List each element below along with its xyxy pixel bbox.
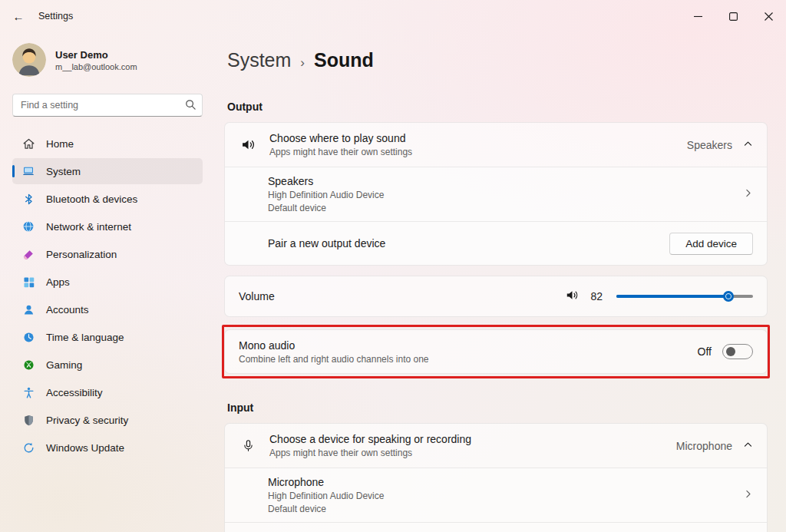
minimize-icon [694, 12, 702, 21]
sidebar-item-label: Network & internet [46, 221, 131, 233]
sidebar-item-label: Windows Update [46, 442, 124, 454]
sidebar-item-label: Home [46, 138, 74, 150]
personalization-icon [21, 247, 35, 261]
output-device-card: Choose where to play sound Apps might ha… [224, 122, 768, 266]
sidebar-item-time-language[interactable]: Time & language [12, 324, 203, 350]
volume-card: Volume 82 [224, 276, 768, 317]
speakers-default-label: Default device [268, 203, 384, 213]
breadcrumb: System › Sound [224, 40, 768, 71]
speakers-title: Speakers [268, 175, 384, 187]
output-device-value: Speakers [687, 139, 732, 151]
main-content: System › Sound Output Choose where to pl… [215, 32, 786, 532]
gaming-icon [21, 358, 35, 372]
window-controls [680, 0, 786, 32]
sidebar-item-label: Time & language [46, 332, 124, 343]
user-name: User Demo [55, 49, 137, 61]
apps-icon [21, 275, 35, 289]
sidebar-item-label: Privacy & security [46, 415, 128, 426]
user-email: m__lab@outlook.com [55, 62, 137, 71]
sidebar-item-bluetooth-devices[interactable]: Bluetooth & devices [12, 186, 203, 212]
speakers-device-row[interactable]: Speakers High Definition Audio Device De… [225, 167, 767, 221]
sidebar-item-windows-update[interactable]: Windows Update [12, 435, 203, 461]
sidebar-item-gaming[interactable]: Gaming [12, 352, 203, 378]
volume-value: 82 [590, 290, 603, 302]
volume-speaker-icon[interactable] [565, 288, 580, 306]
add-output-device-button[interactable]: Add device [669, 233, 753, 255]
page-title: Sound [314, 49, 374, 71]
microphone-device-row[interactable]: Microphone High Definition Audio Device … [225, 468, 767, 522]
minimize-button[interactable] [680, 0, 715, 32]
speaker-icon [239, 137, 257, 153]
sidebar-item-accessibility[interactable]: Accessibility [12, 379, 203, 405]
sidebar-item-label: Apps [46, 276, 70, 288]
sidebar: User Demo m__lab@outlook.com Home [0, 32, 215, 532]
output-section-heading: Output [227, 101, 768, 113]
network-icon [21, 220, 35, 233]
breadcrumb-separator: › [300, 55, 305, 71]
mono-audio-toggle[interactable] [722, 344, 753, 359]
window-title: Settings [38, 11, 73, 21]
chevron-up-icon[interactable] [743, 138, 753, 152]
input-section-heading: Input [227, 401, 768, 414]
bluetooth-icon [21, 192, 35, 206]
sidebar-item-label: Accounts [46, 304, 89, 316]
choose-output-row[interactable]: Choose where to play sound Apps might ha… [225, 123, 767, 167]
sidebar-item-label: Bluetooth & devices [46, 193, 137, 205]
volume-slider-fill [616, 295, 728, 298]
volume-slider-thumb[interactable] [723, 291, 734, 302]
search-input[interactable] [12, 94, 203, 117]
pair-output-row: Pair a new output device Add device [225, 221, 767, 265]
titlebar: ← Settings [0, 0, 786, 32]
maximize-icon [729, 12, 738, 21]
search-box [12, 94, 203, 117]
sidebar-item-label: System [46, 166, 81, 177]
mono-audio-section: Mono audio Combine left and right audio … [224, 329, 768, 374]
accounts-icon [21, 302, 35, 316]
accessibility-icon [21, 385, 35, 399]
choose-output-title: Choose where to play sound [269, 132, 412, 144]
mono-audio-card: Mono audio Combine left and right audio … [224, 329, 768, 374]
close-button[interactable] [751, 0, 786, 32]
user-profile[interactable]: User Demo m__lab@outlook.com [12, 37, 203, 88]
sidebar-item-home[interactable]: Home [12, 131, 203, 157]
sidebar-item-personalization[interactable]: Personalization [12, 241, 203, 267]
volume-slider[interactable] [616, 289, 753, 304]
windows-update-icon [21, 441, 35, 454]
chevron-up-icon[interactable] [743, 439, 753, 453]
speakers-device-name: High Definition Audio Device [268, 190, 384, 200]
choose-input-subtitle: Apps might have their own settings [269, 448, 471, 458]
home-icon [21, 137, 35, 150]
chevron-right-icon [743, 187, 753, 201]
sidebar-item-accounts[interactable]: Accounts [12, 296, 203, 322]
sidebar-item-label: Accessibility [46, 387, 103, 398]
sidebar-item-network-internet[interactable]: Network & internet [12, 213, 203, 240]
back-button[interactable]: ← [8, 5, 29, 27]
pair-input-row: Pair a new input device Add device [225, 522, 767, 532]
toggle-knob [726, 347, 735, 356]
time-language-icon [21, 330, 35, 344]
pair-output-title: Pair a new output device [268, 237, 385, 249]
mono-audio-title: Mono audio [239, 339, 429, 352]
choose-input-row[interactable]: Choose a device for speaking or recordin… [225, 424, 767, 468]
sidebar-item-apps[interactable]: Apps [12, 269, 203, 295]
maximize-button[interactable] [715, 0, 751, 32]
search-icon [185, 99, 196, 114]
mono-audio-state: Off [698, 345, 712, 358]
system-icon [21, 164, 35, 178]
mono-audio-subtitle: Combine left and right audio channels in… [239, 354, 429, 365]
input-device-value: Microphone [676, 440, 732, 452]
microphone-device-name: High Definition Audio Device [268, 491, 384, 501]
microphone-icon [239, 438, 257, 453]
choose-input-title: Choose a device for speaking or recordin… [269, 433, 471, 445]
microphone-title: Microphone [268, 476, 384, 488]
sidebar-nav: Home System Bluetooth & devices [12, 131, 203, 461]
sidebar-item-privacy-security[interactable]: Privacy & security [12, 407, 203, 433]
breadcrumb-system[interactable]: System [227, 49, 291, 71]
input-device-card: Choose a device for speaking or recordin… [224, 423, 768, 532]
selection-accent-bar [12, 165, 15, 177]
settings-window: ← Settings [0, 0, 786, 532]
sidebar-item-label: Gaming [46, 359, 82, 371]
close-icon [765, 12, 773, 21]
sidebar-item-system[interactable]: System [12, 158, 203, 184]
avatar [12, 43, 46, 77]
